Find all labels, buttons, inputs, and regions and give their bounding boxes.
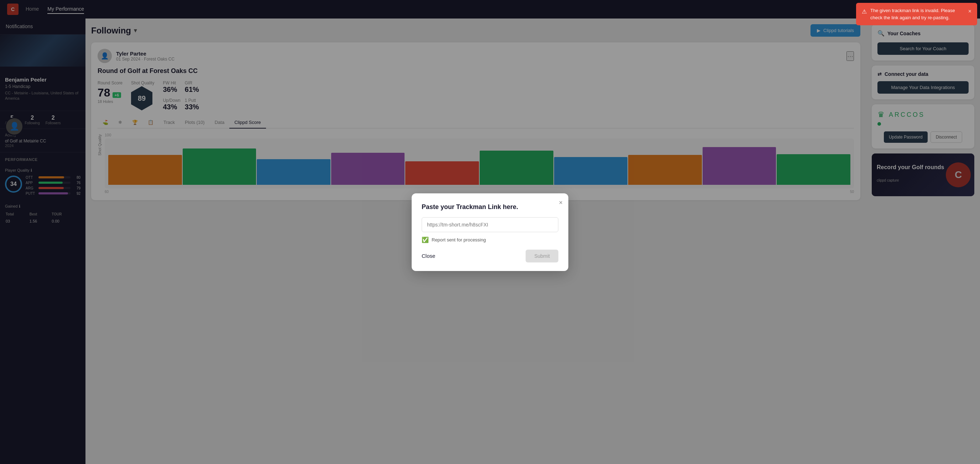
modal-close-x-button[interactable]: × bbox=[559, 199, 563, 207]
toast-message: The given trackman link is invalid. Plea… bbox=[870, 7, 965, 21]
success-text: Report sent for processing bbox=[431, 237, 486, 243]
modal-close-button[interactable]: Close bbox=[422, 253, 435, 259]
toast-warning-icon: ⚠ bbox=[862, 8, 867, 16]
modal-submit-button[interactable]: Submit bbox=[526, 249, 558, 262]
trackman-link-input[interactable] bbox=[422, 217, 558, 232]
trackman-modal: Paste your Trackman Link here. × ✅ Repor… bbox=[412, 193, 568, 271]
success-check-icon: ✅ bbox=[422, 237, 429, 243]
modal-actions: Close Submit bbox=[422, 249, 558, 262]
error-toast: ⚠ The given trackman link is invalid. Pl… bbox=[856, 3, 977, 25]
modal-success-message: ✅ Report sent for processing bbox=[422, 237, 558, 243]
modal-overlay[interactable]: Paste your Trackman Link here. × ✅ Repor… bbox=[0, 0, 980, 464]
modal-title: Paste your Trackman Link here. bbox=[422, 203, 558, 211]
toast-close-button[interactable]: × bbox=[968, 7, 972, 16]
